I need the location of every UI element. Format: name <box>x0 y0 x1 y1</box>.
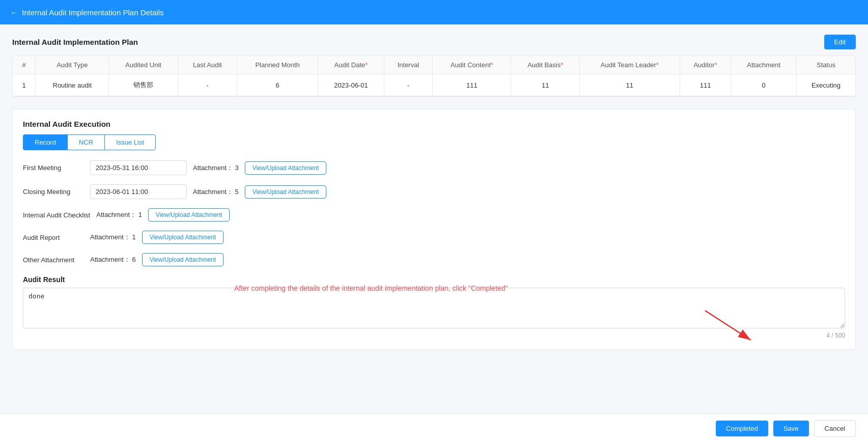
cancel-button[interactable]: Cancel <box>814 420 856 437</box>
cell-audited-unit: 销售部 <box>109 74 178 96</box>
edit-button[interactable]: Edit <box>824 35 856 49</box>
cell-audit-type: Routine audit <box>36 74 109 96</box>
col-status: Status <box>796 56 855 74</box>
table-header-row: # Audit Type Audited Unit Last Audit Pla… <box>13 56 855 74</box>
bottom-bar: Completed Save Cancel <box>0 413 868 443</box>
checklist-view-button[interactable]: View/Upload Attachment <box>148 208 230 222</box>
other-attachment-row: Other Attachment Attachment： 6 View/Uplo… <box>23 253 845 266</box>
cell-last-audit: - <box>178 74 237 96</box>
col-audit-basis: Audit Basis* <box>511 56 580 74</box>
col-num: # <box>13 56 36 74</box>
col-audit-date: Audit Date* <box>318 56 384 74</box>
checklist-label: Internal Audit Checklist <box>23 211 90 219</box>
col-attachment: Attachment <box>731 56 796 74</box>
col-audit-content: Audit Content* <box>433 56 511 74</box>
audit-result-textarea[interactable]: done <box>23 288 845 328</box>
first-meeting-row: First Meeting Attachment： 3 View/Upload … <box>23 160 845 175</box>
char-count: 4 / 500 <box>23 332 845 339</box>
closing-meeting-label: Closing Meeting <box>23 188 84 196</box>
audit-report-attachment-label: Attachment： 1 <box>90 233 136 242</box>
other-attachment-label: Other Attachment <box>23 256 84 264</box>
tab-issue-list[interactable]: Issue List <box>104 134 156 150</box>
col-audited-unit: Audited Unit <box>109 56 178 74</box>
other-attachment-view-button[interactable]: View/Upload Attachment <box>142 253 224 266</box>
execution-section: Internal Audit Execution Record NCR Issu… <box>12 109 856 350</box>
cell-attachment: 0 <box>731 74 796 96</box>
plan-table-container: # Audit Type Audited Unit Last Audit Pla… <box>12 56 856 97</box>
cell-num: 1 <box>13 74 36 96</box>
tab-record[interactable]: Record <box>23 134 67 150</box>
audit-report-row: Audit Report Attachment： 1 View/Upload A… <box>23 231 845 244</box>
cell-audit-content: 111 <box>433 74 511 96</box>
plan-table: # Audit Type Audited Unit Last Audit Pla… <box>13 56 855 96</box>
completed-button[interactable]: Completed <box>716 421 768 436</box>
save-button[interactable]: Save <box>773 421 809 436</box>
tabs-container: Record NCR Issue List <box>23 134 845 150</box>
col-interval: Interval <box>384 56 433 74</box>
first-meeting-attachment-label: Attachment： 3 <box>193 163 239 173</box>
other-attachment-attachment-label: Attachment： 6 <box>90 255 136 264</box>
cell-audit-team-leader: 11 <box>580 74 680 96</box>
cell-status: Executing <box>796 74 855 96</box>
col-audit-type: Audit Type <box>36 56 109 74</box>
audit-result-section: Audit Result done 4 / 500 <box>23 275 845 339</box>
closing-meeting-row: Closing Meeting Attachment： 5 View/Uploa… <box>23 184 845 199</box>
first-meeting-view-button[interactable]: View/Upload Attachment <box>245 161 327 175</box>
col-auditor: Auditor* <box>680 56 731 74</box>
first-meeting-input[interactable] <box>90 160 187 175</box>
tab-ncr[interactable]: NCR <box>67 134 104 150</box>
col-audit-team-leader: Audit Team Leader* <box>580 56 680 74</box>
top-bar: ← Internal Audit Implementation Plan Det… <box>0 0 868 24</box>
table-row: 1 Routine audit 销售部 - 6 2023-06-01 - 111… <box>13 74 855 96</box>
audit-result-label: Audit Result <box>23 275 845 284</box>
audit-report-view-button[interactable]: View/Upload Attachment <box>142 231 224 244</box>
first-meeting-label: First Meeting <box>23 164 84 172</box>
closing-meeting-input[interactable] <box>90 184 187 199</box>
plan-section-title: Internal Audit Implementation Plan <box>12 38 138 46</box>
closing-meeting-view-button[interactable]: View/Upload Attachment <box>245 185 327 199</box>
cell-planned-month: 6 <box>237 74 318 96</box>
checklist-row: Internal Audit Checklist Attachment： 1 V… <box>23 208 845 222</box>
cell-audit-basis: 11 <box>511 74 580 96</box>
page-title: Internal Audit Implementation Plan Detai… <box>22 8 164 17</box>
col-planned-month: Planned Month <box>237 56 318 74</box>
cell-auditor: 111 <box>680 74 731 96</box>
cell-interval: - <box>384 74 433 96</box>
back-arrow-icon: ← <box>10 8 18 17</box>
checklist-attachment-label: Attachment： 1 <box>96 210 142 219</box>
col-last-audit: Last Audit <box>178 56 237 74</box>
plan-section-header: Internal Audit Implementation Plan Edit <box>12 35 856 49</box>
cell-audit-date: 2023-06-01 <box>318 74 384 96</box>
execution-section-title: Internal Audit Execution <box>23 120 845 128</box>
closing-meeting-attachment-label: Attachment： 5 <box>193 187 239 197</box>
back-button[interactable]: ← Internal Audit Implementation Plan Det… <box>10 8 164 17</box>
audit-report-label: Audit Report <box>23 234 84 241</box>
